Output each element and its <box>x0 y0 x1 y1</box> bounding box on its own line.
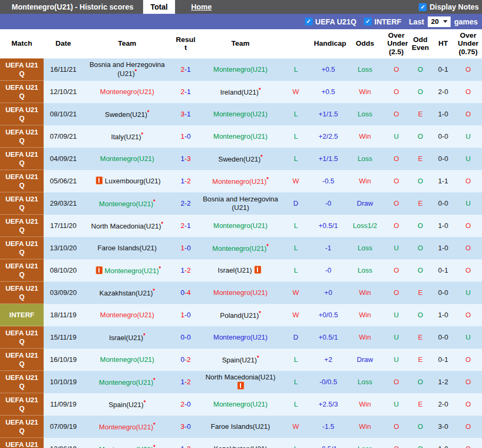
note-asterisk: * <box>257 355 259 361</box>
over-under-0.75-cell: O <box>454 81 482 103</box>
match-row: UEFA U21 Q16/10/19Montenegro(U21)0-2Spai… <box>0 349 482 371</box>
team-name[interactable]: Montenegro(U21) <box>213 222 268 230</box>
over-under-2.5-cell: U <box>384 393 409 416</box>
checkbox-checked-icon[interactable]: ✓ <box>305 18 313 26</box>
competition-cell: UEFA U21 Q <box>0 170 44 192</box>
odd-even-cell: E <box>409 349 432 371</box>
team-name[interactable]: Bosnia and Herzegovina (U21) <box>203 195 278 212</box>
home-team-cell: Montenegro(U21)* <box>83 371 171 393</box>
over-under-2.5-cell: O <box>384 438 409 448</box>
team-name[interactable]: Montenegro(U21) <box>99 378 153 386</box>
column-header-over-under-0.75-: Over Under (0.75) <box>454 29 482 58</box>
column-header-handicap: Handicap <box>311 29 346 58</box>
team-name[interactable]: Ireland(U21) <box>220 88 259 96</box>
team-name[interactable]: Bosnia and Herzegovina (U21) <box>89 61 165 78</box>
team-name[interactable]: Faroe Islands(U21) <box>97 244 156 252</box>
home-team-cell: Spain(U21)* <box>83 393 171 416</box>
result-cell: 0-4 <box>171 282 200 304</box>
team-name[interactable]: Montenegro(U21) <box>212 177 267 185</box>
ht-cell: 2-0 <box>432 393 454 416</box>
over-under-2.5-cell: O <box>384 81 409 103</box>
ht-cell: 2-0 <box>432 81 454 103</box>
odd-even-cell: O <box>409 438 432 448</box>
team-name[interactable]: Montenegro(U21) <box>213 110 268 118</box>
team-name[interactable]: Montenegro(U21) <box>213 289 268 297</box>
games-count-select[interactable]: 20 <box>428 16 450 27</box>
team-name[interactable]: Montenegro(U21) <box>105 267 159 275</box>
over-under-0.75-cell: U <box>454 326 482 349</box>
home-team-cell: Montenegro(U21) <box>83 349 171 371</box>
tab-home[interactable]: Home <box>189 0 214 14</box>
team-name[interactable]: Kazakhstan(U21) <box>214 445 267 448</box>
filter-interf[interactable]: ✓INTERF <box>364 18 402 26</box>
away-team-cell: Montenegro(U21) <box>200 125 281 148</box>
result-cell: 2-2 <box>171 192 200 215</box>
filter-checkboxes: ✓UEFA U21Q✓INTERF <box>305 18 409 26</box>
team-name[interactable]: Kazakhstan(U21) <box>99 289 153 297</box>
competition-cell: UEFA U21 Q <box>0 148 44 170</box>
team-name[interactable]: Israel(U21) <box>109 334 143 342</box>
handicap-result-cell: L <box>281 393 311 416</box>
odds-cell: Win <box>346 393 384 416</box>
competition-cell: UEFA U21 Q <box>0 103 44 125</box>
tabs: TotalHome <box>134 0 214 14</box>
column-header-team: Team <box>83 29 171 58</box>
date-cell: 07/09/21 <box>44 125 83 148</box>
note-asterisk: * <box>267 243 269 249</box>
team-name[interactable]: Montenegro(U21) <box>100 311 154 319</box>
team-name[interactable]: Montenegro(U21) <box>99 423 153 431</box>
team-name[interactable]: Montenegro(U21) <box>213 400 268 408</box>
filter-uefa-u21q[interactable]: ✓UEFA U21Q <box>305 18 356 26</box>
team-name[interactable]: Spain(U21) <box>109 401 144 409</box>
match-row: UEFA U21 Q15/11/19Israel(U21)*0-0Montene… <box>0 326 482 349</box>
over-under-0.75-cell: O <box>454 349 482 371</box>
team-name[interactable]: Montenegro(U21) <box>99 445 153 448</box>
handicap-cell: +0.5/1 <box>311 326 346 349</box>
over-under-0.75-cell: U <box>454 125 482 148</box>
team-name[interactable]: Luxembourg(U21) <box>105 177 161 185</box>
handicap-result-cell: W <box>281 416 311 438</box>
games-label: games <box>454 18 478 26</box>
team-name[interactable]: North Macedonia(U21) <box>91 222 161 230</box>
team-name[interactable]: Sweden(U21) <box>105 111 147 119</box>
team-name[interactable]: Italy(U21) <box>111 133 141 141</box>
team-name[interactable]: Sweden(U21) <box>218 155 261 163</box>
home-team-cell: Montenegro(U21)* <box>83 192 171 215</box>
result-cell: 1-2 <box>171 170 200 192</box>
date-cell: 10/10/19 <box>44 371 83 393</box>
ht-cell: 3-0 <box>432 416 454 438</box>
team-name[interactable]: Montenegro(U21) <box>213 333 268 341</box>
match-row: UEFA U21 Q08/10/20Montenegro(U21)*1-2Isr… <box>0 259 482 282</box>
last-label: Last <box>409 18 424 26</box>
team-name[interactable]: Montenegro(U21) <box>212 244 267 252</box>
red-card-icon <box>96 176 103 184</box>
team-name[interactable]: Israel(U21) <box>218 266 252 274</box>
team-name[interactable]: Spain(U21) <box>222 356 257 364</box>
ht-cell: 0-1 <box>432 259 454 282</box>
team-name[interactable]: Montenegro(U21) <box>99 200 153 208</box>
team-name[interactable]: Montenegro(U21) <box>100 356 154 364</box>
team-name[interactable]: Montenegro(U21) <box>100 88 154 96</box>
note-asterisk: * <box>141 132 143 138</box>
team-name[interactable]: Faroe Islands(U21) <box>211 422 270 430</box>
odds-cell: Loss <box>346 237 384 259</box>
note-asterisk: * <box>144 400 146 405</box>
checkbox-checked-icon[interactable]: ✓ <box>364 18 372 26</box>
date-cell: 08/10/20 <box>44 259 83 282</box>
over-under-2.5-cell: U <box>384 237 409 259</box>
date-cell: 08/10/21 <box>44 103 83 125</box>
team-name[interactable]: North Macedonia(U21) <box>205 373 276 381</box>
team-name[interactable]: Montenegro(U21) <box>100 155 154 163</box>
tab-total[interactable]: Total <box>143 0 175 14</box>
filter-label: UEFA U21Q <box>315 18 356 26</box>
match-row: UEFA U21 Q16/11/21Bosnia and Herzegovina… <box>0 58 482 81</box>
team-name[interactable]: Montenegro(U21) <box>213 65 268 73</box>
handicap-result-cell: L <box>281 371 311 393</box>
team-name[interactable]: Poland(U21) <box>220 311 259 319</box>
display-notes-toggle[interactable]: ✓ Display Notes <box>419 3 479 11</box>
display-notes-checkbox-icon[interactable]: ✓ <box>419 3 427 11</box>
match-row: UEFA U21 Q07/09/19Montenegro(U21)*3-0Far… <box>0 416 482 438</box>
odd-even-cell: E <box>409 326 432 349</box>
team-name[interactable]: Montenegro(U21) <box>213 132 268 140</box>
table-header: MatchDateTeamResultTeamHandicapOddsOver … <box>0 29 482 58</box>
